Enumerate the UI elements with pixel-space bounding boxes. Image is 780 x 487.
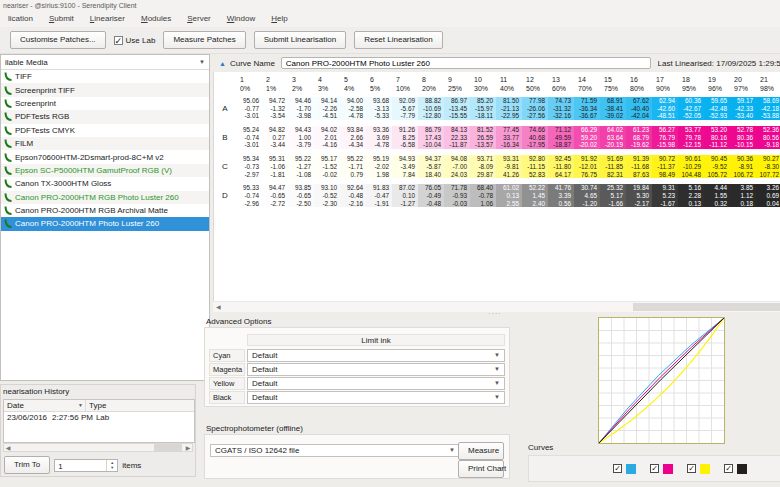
media-item[interactable]: Epson SC-P5000HTM GamutProof RGB (V) <box>1 164 209 177</box>
patch-cell: -1.32 <box>262 105 288 113</box>
patch-cell: -32.16 <box>548 112 574 120</box>
curve-checkbox-cyan[interactable]: ✓ <box>613 464 622 473</box>
patch-cell: -2.72 <box>262 200 288 208</box>
limit-ink-select-black[interactable]: Default▼ <box>247 391 505 404</box>
patch-cell: 1.55 <box>704 192 730 200</box>
patch-table-scroll-thumb[interactable] <box>633 303 780 311</box>
media-item[interactable]: Canon TX-3000HTM Gloss <box>1 177 209 190</box>
limit-ink-select-magenta[interactable]: Default▼ <box>247 363 505 376</box>
patch-cell: 98.49 <box>652 171 678 179</box>
value-line: -3.01-3.44-3.79-4.16-4.34-4.78-6.58-10.0… <box>236 141 780 149</box>
channel-row-magenta: B95.2494.8294.4394.0293.8493.3691.2686.7… <box>214 126 780 149</box>
spinner-arrows-icon[interactable]: ▲▼ <box>106 460 117 471</box>
splitter-handle[interactable]: ···· <box>487 311 503 316</box>
media-item[interactable]: Screenprint <box>1 97 209 110</box>
history-scroll-thumb[interactable] <box>154 444 182 451</box>
value-line: 95.2494.8294.4394.0293.8493.3691.2686.79… <box>236 126 780 134</box>
patch-cell: 17.43 <box>418 134 444 142</box>
curve-checkbox-black[interactable]: ✓ <box>724 464 733 473</box>
limit-ink-select-yellow[interactable]: Default▼ <box>247 377 505 390</box>
media-item[interactable]: FILM <box>1 137 209 150</box>
patch-cell: 94.46 <box>288 97 314 105</box>
print-chart-button[interactable]: Print Chart <box>458 460 504 478</box>
patch-cell: 95.19 <box>366 155 392 163</box>
menu-item-submit[interactable]: Submit <box>41 11 82 26</box>
patch-cell: 84.13 <box>444 126 470 134</box>
submit-linearisation-button[interactable]: Submit Linearisation <box>254 31 346 49</box>
scroll-right-icon[interactable]: ▶ <box>184 444 192 452</box>
patch-cell: -36.67 <box>574 112 600 120</box>
patch-cell: -38.41 <box>600 105 626 113</box>
patch-cell: 61.02 <box>496 184 522 192</box>
curve-checkbox-magenta[interactable]: ✓ <box>650 464 659 473</box>
patch-cell: 59.17 <box>730 97 756 105</box>
curve-icon <box>4 179 12 188</box>
customise-patches-button[interactable]: Customise Patches... <box>10 31 106 49</box>
value-line: -2.96-2.72-2.50-2.30-2.16-1.91-1.27-0.48… <box>236 200 780 208</box>
curve-checkbox-yellow[interactable]: ✓ <box>687 464 696 473</box>
menu-item-modules[interactable]: Modules <box>133 11 179 26</box>
curve-name-input[interactable] <box>281 57 651 69</box>
media-item[interactable]: Epson70600HTM-2Dsmart-prod-8C+M v2 <box>1 150 209 163</box>
trim-to-button[interactable]: Trim To <box>4 456 50 474</box>
patch-cell: 52.78 <box>730 126 756 134</box>
history-col-date[interactable]: Date ▼ <box>4 400 86 411</box>
patch-cell: -1.27 <box>288 163 314 171</box>
patch-cell: -2.96 <box>236 200 262 208</box>
patch-cell: -42.04 <box>626 112 652 120</box>
media-item[interactable]: PDFTests CMYK <box>1 124 209 137</box>
media-item[interactable]: Canon PRO-2000HTM RGB Photo Luster 260 <box>1 191 209 204</box>
patch-cell: -8.09 <box>470 163 496 171</box>
curve-toggle-magenta: ✓ <box>650 464 673 474</box>
history-hscrollbar[interactable]: ◀ ▶ <box>3 443 193 452</box>
spectro-file-select[interactable]: CGATS / ISO 12642 file ▼ <box>210 444 460 457</box>
patch-cell: -2.16 <box>340 200 366 208</box>
media-item[interactable]: Canon PRO-2000HTM RGB Archival Matte <box>1 204 209 217</box>
patch-cell: -4.16 <box>314 141 340 149</box>
last-linearised-text: Last Linearised: 17/09/2025 1:29:5 <box>658 59 780 68</box>
patch-cell: 90.61 <box>678 155 704 163</box>
patch-cell: -3.13 <box>366 105 392 113</box>
menu-item-lineariser[interactable]: Lineariser <box>82 11 133 26</box>
patch-cell: -1.20 <box>574 200 600 208</box>
history-col-type[interactable]: Type <box>86 400 194 411</box>
media-item[interactable]: Canon PRO-2000HTM Photo Luster 260 <box>1 217 209 230</box>
media-item[interactable]: PDFTests RGB <box>1 110 209 123</box>
media-item[interactable]: TIFF <box>1 70 209 83</box>
use-lab-checkbox-wrap[interactable]: ✓ Use Lab <box>114 36 156 45</box>
measure-patches-button[interactable]: Measure Patches <box>163 31 245 49</box>
menu-item-server[interactable]: Server <box>179 11 219 26</box>
menu-item-lication[interactable]: lication <box>0 11 41 26</box>
curve-icon <box>4 99 12 108</box>
patch-cell: 95.22 <box>340 155 366 163</box>
patch-cell: 86.97 <box>444 97 470 105</box>
patch-cell: 82.31 <box>600 171 626 179</box>
trim-count-input[interactable]: 1 ▲▼ <box>54 459 118 472</box>
column-header: 1575% <box>600 75 626 93</box>
scroll-left-icon[interactable]: ◀ <box>4 444 12 452</box>
reset-linearisation-button[interactable]: Reset Linearisation <box>354 31 442 49</box>
menu-item-window[interactable]: Window <box>219 11 263 26</box>
history-row[interactable]: 23/06/20162:27:56 PMLab <box>4 412 194 423</box>
limit-ink-select-cyan[interactable]: Default▼ <box>247 349 505 362</box>
patch-cell: 19.84 <box>626 184 652 192</box>
scroll-left-icon[interactable]: ◀ <box>216 304 221 311</box>
use-lab-checkbox[interactable]: ✓ <box>114 36 123 45</box>
patch-cell: -4.78 <box>366 141 392 149</box>
measure-button[interactable]: Measure <box>458 442 504 460</box>
chevron-down-icon[interactable]: ▼ <box>199 59 205 65</box>
menu-item-help[interactable]: Help <box>263 11 295 26</box>
patch-cell: 68.40 <box>470 184 496 192</box>
patch-cell: 74.66 <box>522 126 548 134</box>
patch-cell: -13.45 <box>444 105 470 113</box>
media-item[interactable]: Screenprint TIFF <box>1 83 209 96</box>
patch-cell: 95.34 <box>236 155 262 163</box>
patch-cell: 0.04 <box>756 200 780 208</box>
patch-cell: -22.95 <box>496 112 522 120</box>
limit-ink-rows: CyanDefault▼MagentaDefault▼YellowDefault… <box>209 349 505 405</box>
patch-cell: 2.55 <box>496 200 522 208</box>
collapse-triangle-icon[interactable]: ▲ <box>219 60 226 67</box>
patch-cell: 24.03 <box>444 171 470 179</box>
patch-cell: 94.08 <box>444 155 470 163</box>
patch-cell: -17.95 <box>522 141 548 149</box>
